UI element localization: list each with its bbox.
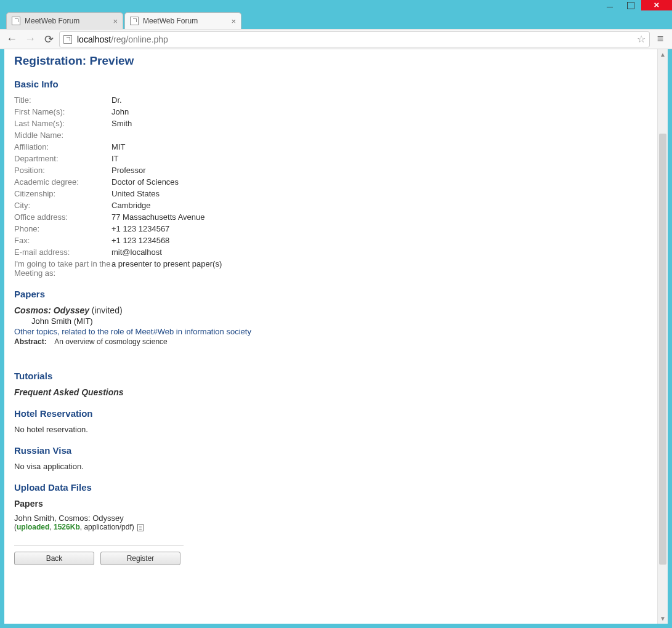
window-titlebar: × [0, 0, 672, 10]
paper-status: (invited) [92, 305, 123, 315]
field-value: mit@localhost [111, 248, 647, 257]
vertical-scrollbar[interactable]: ▲ ▼ [657, 49, 668, 624]
paper-abstract: Abstract: An overview of cosmology scien… [14, 337, 647, 346]
field-value: a presenter to present paper(s) [111, 259, 647, 278]
reload-button[interactable]: ⟳ [41, 31, 57, 47]
section-tutorials: Tutorials [14, 371, 647, 381]
url-path: /reg/online.php [111, 34, 168, 44]
browser-tab[interactable]: MeetWeb Forum × [6, 12, 123, 29]
page-title: Registration: Preview [14, 54, 647, 68]
page-viewport: Registration: Preview Basic Info Title:D… [4, 49, 668, 624]
field-label: Title: [14, 95, 111, 105]
divider [14, 545, 184, 545]
field-label: Last Name(s): [14, 119, 111, 128]
field-value: Doctor of Sciences [111, 177, 647, 187]
field-value: 77 Massachusetts Avenue [111, 212, 647, 222]
url-host: localhost [77, 34, 111, 44]
field-label: Department: [14, 154, 111, 163]
register-button[interactable]: Register [100, 552, 180, 565]
browser-toolbar: ← → ⟳ localhost/reg/online.php ☆ ≡ [0, 29, 672, 49]
field-label: Affiliation: [14, 142, 111, 151]
abstract-label: Abstract: [14, 337, 47, 346]
tab-title: MeetWeb Forum [25, 17, 79, 25]
field-value: Smith [111, 119, 647, 128]
field-label: Fax: [14, 236, 111, 245]
upload-status-size: 1526Kb [54, 523, 80, 531]
upload-sub-heading: Papers [14, 499, 647, 509]
field-value: IT [111, 154, 647, 163]
maximize-button[interactable] [620, 0, 641, 10]
uploaded-file-status: (uploaded, 1526Kb, application/pdf) [14, 523, 647, 531]
button-row: Back Register [14, 552, 647, 565]
section-papers: Papers [14, 289, 647, 299]
minimize-button[interactable] [599, 0, 620, 10]
basic-info-grid: Title:Dr.First Name(s):JohnLast Name(s):… [14, 95, 647, 278]
page-icon [63, 35, 72, 44]
visa-text: No visa application. [14, 462, 647, 471]
field-label: Office address: [14, 212, 111, 222]
close-tab-icon[interactable]: × [113, 17, 118, 26]
section-basic-info: Basic Info [14, 79, 647, 89]
section-upload: Upload Data Files [14, 482, 647, 493]
hamburger-menu-button[interactable]: ≡ [652, 31, 668, 47]
page-content: Registration: Preview Basic Info Title:D… [4, 49, 657, 624]
field-label: E-mail address: [14, 248, 111, 257]
back-button[interactable]: Back [14, 552, 94, 565]
field-label: Position: [14, 166, 111, 175]
uploaded-file-title: John Smith, Cosmos: Odyssey [14, 513, 647, 523]
paper-title: Cosmos: Odyssey [14, 305, 89, 315]
field-label: Academic degree: [14, 177, 111, 187]
field-value: Cambridge [111, 201, 647, 210]
field-value: Professor [111, 166, 647, 175]
page-icon [12, 17, 20, 25]
scroll-down-arrow-icon[interactable]: ▼ [658, 613, 668, 624]
address-bar[interactable]: localhost/reg/online.php ☆ [59, 31, 650, 47]
scroll-up-arrow-icon[interactable]: ▲ [658, 49, 668, 60]
upload-status-uploaded: uploaded [17, 523, 49, 531]
field-value: MIT [111, 142, 647, 151]
hotel-text: No hotel reservation. [14, 425, 647, 434]
field-value: John [111, 107, 647, 116]
browser-tab-active[interactable]: MeetWeb Forum × [124, 12, 241, 29]
field-label: I'm going to take part in the Meeting as… [14, 259, 111, 278]
scroll-thumb[interactable] [659, 134, 666, 565]
browser-window: × MeetWeb Forum × MeetWeb Forum × ← → ⟳ … [0, 0, 672, 628]
paper-author: John Smith (MIT) [31, 316, 647, 326]
field-value: +1 123 1234568 [111, 236, 647, 245]
field-value: +1 123 1234567 [111, 224, 647, 233]
paper-topic: Other topics, related to the role of Mee… [14, 327, 647, 336]
field-label: City: [14, 201, 111, 210]
field-value: Dr. [111, 95, 647, 105]
scroll-track[interactable] [658, 60, 668, 613]
abstract-text: An overview of cosmology science [54, 337, 167, 346]
document-icon[interactable] [137, 524, 144, 531]
forward-button[interactable]: → [22, 31, 38, 47]
close-tab-icon[interactable]: × [231, 17, 236, 26]
field-label: Middle Name: [14, 131, 111, 140]
field-label: Phone: [14, 224, 111, 233]
bookmark-star-icon[interactable]: ☆ [637, 33, 646, 45]
back-button[interactable]: ← [4, 31, 20, 47]
close-window-button[interactable]: × [641, 0, 672, 10]
field-value: United States [111, 189, 647, 198]
section-hotel: Hotel Reservation [14, 408, 647, 419]
field-label: First Name(s): [14, 107, 111, 116]
paper-item: Cosmos: Odyssey (invited) John Smith (MI… [14, 305, 647, 346]
field-label: Citizenship: [14, 189, 111, 198]
section-visa: Russian Visa [14, 445, 647, 456]
tutorial-title: Frequent Asked Questions [14, 387, 647, 397]
field-value [111, 131, 647, 140]
upload-status-mime: application/pdf [84, 523, 131, 531]
tab-strip: MeetWeb Forum × MeetWeb Forum × [0, 10, 672, 29]
tab-title: MeetWeb Forum [143, 17, 198, 25]
page-icon [130, 17, 139, 25]
window-controls: × [599, 0, 672, 10]
